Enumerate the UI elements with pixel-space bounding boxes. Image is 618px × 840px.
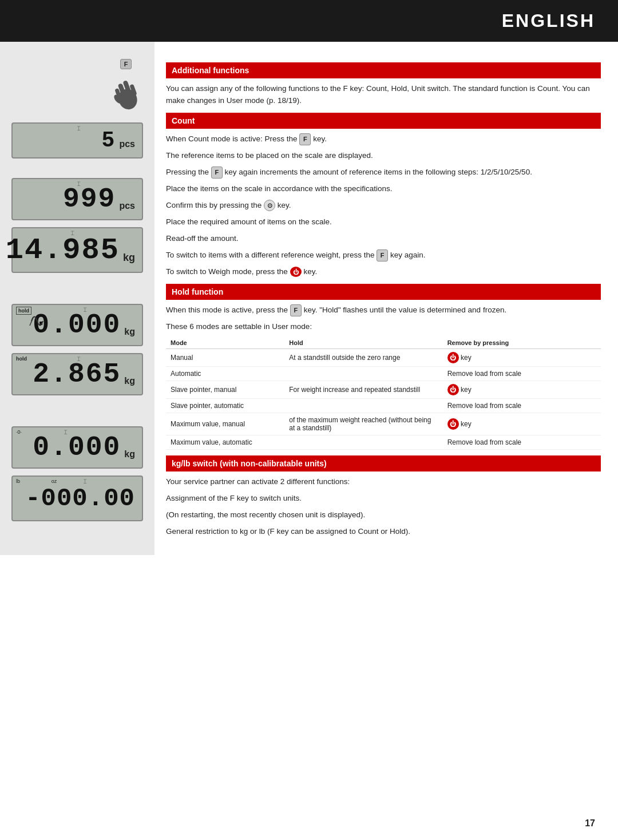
section-count: Count When Count mode is active: Press t… — [166, 113, 601, 278]
section-hold: Hold function When this mode is active, … — [166, 284, 601, 450]
table-row: AutomaticRemove load from scale — [166, 367, 601, 381]
confirm-key-inline: ⊙ — [264, 200, 275, 211]
power-key-inline-count: ⏻ — [290, 267, 302, 277]
table-cell-mode: Maximum value, manual — [166, 413, 284, 435]
power-key-icon: ⏻ — [447, 352, 459, 363]
right-column: Additional functions You can assign any … — [154, 42, 618, 555]
hold-para1: When this mode is active, press the F ke… — [166, 304, 601, 316]
f-key-inline-2: F — [211, 167, 223, 179]
table-header-remove: Remove by pressing — [443, 337, 601, 349]
count-para6: Place the required amount of items on th… — [166, 216, 601, 228]
table-row: ManualAt a standstill outside the zero r… — [166, 349, 601, 367]
section-header-additional: Additional functions — [166, 62, 601, 78]
count-para8: To switch to items with a different refe… — [166, 249, 601, 261]
page-wrapper: ENGLISH F — [0, 0, 618, 840]
additional-functions-text: You can assign any of the following func… — [166, 83, 601, 107]
hold-table: Mode Hold Remove by pressing ManualAt a … — [166, 337, 601, 450]
count-para1: When Count mode is active: Press the F k… — [166, 133, 601, 145]
table-row: Maximum value, automaticRemove load from… — [166, 435, 601, 450]
count-para7: Read-off the amount. — [166, 233, 601, 245]
table-cell-mode: Maximum value, automatic — [166, 435, 284, 450]
f-key-area: F — [11, 53, 143, 116]
display-kg-zero-value: 0.000 — [33, 432, 121, 463]
count-para4: Place the items on the scale in accordan… — [166, 183, 601, 195]
table-row: Slave pointer, automaticRemove load from… — [166, 399, 601, 413]
display-lb-zero-value: -000.00 — [25, 484, 135, 513]
hold-para2: These 6 modes are settable in User mode: — [166, 321, 601, 333]
page-header: ENGLISH — [0, 0, 618, 42]
display-count-999-unit: pcs — [119, 201, 135, 211]
table-cell-remove: ⏻ key — [443, 413, 601, 435]
count-para2: The reference items to be placed on the … — [166, 150, 601, 162]
left-column-displays: F — [0, 42, 154, 555]
kg-lb-para2: Assignment of the F key to switch units. — [166, 493, 601, 505]
f-key-inline-1: F — [299, 133, 311, 145]
display-count-999-value: 999 — [63, 184, 116, 215]
display-hold-zero-value: 0.000 — [33, 310, 121, 340]
hand-icon — [109, 71, 143, 111]
kg-lb-para3: (On restarting, the most recently chosen… — [166, 509, 601, 521]
table-cell-hold: At a standstill outside the zero range — [284, 349, 442, 367]
table-cell-hold — [284, 435, 442, 450]
table-cell-mode: Automatic — [166, 367, 284, 381]
display-count-5-value: 5 — [102, 128, 116, 153]
section-kg-lb: kg/lb switch (with non-calibratable unit… — [166, 455, 601, 538]
display-count-5: ⌶ 5 pcs — [11, 122, 143, 159]
power-key-icon: ⏻ — [447, 384, 459, 395]
table-cell-remove: Remove load from scale — [443, 399, 601, 413]
motion-icon — [29, 310, 46, 330]
section-header-kg-lb: kg/lb switch (with non-calibratable unit… — [166, 455, 601, 471]
table-cell-hold — [284, 367, 442, 381]
table-cell-remove: ⏻ key — [443, 381, 601, 399]
table-cell-hold: of the maximum weight reached (without b… — [284, 413, 442, 435]
display-hold-value: hold ⌶ 2.865 kg — [11, 353, 143, 395]
section-additional-functions: Additional functions You can assign any … — [166, 62, 601, 107]
display-hold-value-value: 2.865 — [33, 359, 121, 390]
table-row: Slave pointer, manualFor weight increase… — [166, 381, 601, 399]
table-cell-remove: Remove load from scale — [443, 367, 601, 381]
display-hold-value-unit: kg — [124, 376, 135, 386]
table-header-hold: Hold — [284, 337, 442, 349]
count-para5: Confirm this by pressing the ⊙ key. — [166, 200, 601, 212]
hold-label-value: hold — [16, 356, 27, 362]
display-count-weight-value: 14.985 — [6, 233, 120, 267]
table-cell-mode: Manual — [166, 349, 284, 367]
page-number: 17 — [585, 818, 595, 829]
count-para9: To switch to Weigh mode, press the ⏻ key… — [166, 266, 601, 278]
table-cell-hold — [284, 399, 442, 413]
table-cell-mode: Slave pointer, automatic — [166, 399, 284, 413]
f-key-inline-hold: F — [290, 304, 302, 316]
table-cell-mode: Slave pointer, manual — [166, 381, 284, 399]
display-hold-zero: hold ⌶ 0.000 kg — [11, 304, 143, 346]
display-kg-zero: ·0· ⌶ 0.000 kg — [11, 426, 143, 469]
display-count-999: ⌶ 999 pcs — [11, 178, 143, 220]
table-cell-remove: ⏻ key — [443, 349, 601, 367]
page-title: ENGLISH — [502, 10, 595, 31]
table-cell-hold: For weight increase and repeated standst… — [284, 381, 442, 399]
display-hold-zero-unit: kg — [124, 327, 135, 337]
f-key-badge: F — [120, 59, 132, 69]
display-count-weight-unit: kg — [123, 252, 135, 264]
table-cell-remove: Remove load from scale — [443, 435, 601, 450]
main-content: F — [0, 42, 618, 555]
kg-lb-para1: Your service partner can activate 2 diff… — [166, 476, 601, 488]
display-kg-zero-unit: kg — [124, 449, 135, 459]
section-header-count: Count — [166, 113, 601, 129]
table-header-mode: Mode — [166, 337, 284, 349]
display-lb-zero: lb oz ⌶ -000.00 — [11, 476, 143, 521]
display-count-weight: ⌶ 14.985 kg — [11, 227, 143, 273]
section-header-hold: Hold function — [166, 284, 601, 300]
display-count-5-unit: pcs — [119, 139, 135, 149]
f-key-inline-3: F — [377, 249, 388, 261]
table-row: Maximum value, manualof the maximum weig… — [166, 413, 601, 435]
power-key-icon: ⏻ — [447, 418, 459, 430]
count-para3: Pressing the F key again increments the … — [166, 167, 601, 179]
kg-lb-para4: General restriction to kg or lb (F key c… — [166, 526, 601, 538]
